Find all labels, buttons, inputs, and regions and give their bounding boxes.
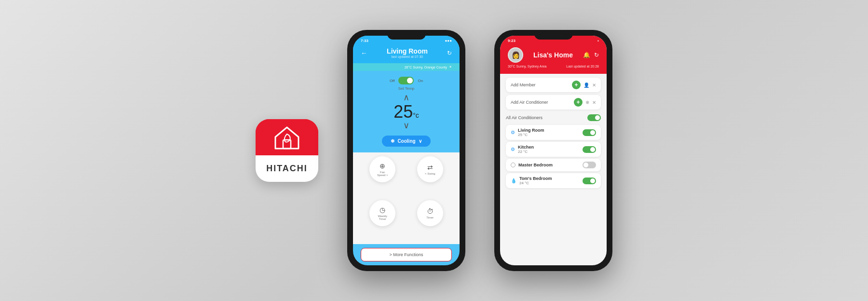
weather-right: Last updated at 20:28 (566, 65, 599, 68)
all-ac-label: All Air Conditioners (506, 115, 542, 120)
app-icon-top (256, 119, 318, 155)
temp-down-button[interactable]: ∨ (403, 121, 409, 131)
phone2-battery: ▪ (597, 39, 599, 43)
add-ac-plus-button[interactable]: + (574, 98, 583, 107)
app-icon: HITACHI (256, 119, 318, 182)
ac-list: Add Member + 👤 ✕ Add Air Conditioner + ❄ (500, 74, 607, 265)
ac-item-toms-bedroom-info: 💧 Tom's Bedroom 24 °C (511, 176, 552, 185)
phone2-time: 9:23 (508, 39, 515, 43)
temp-control: ∧ 25°c ∨ (353, 91, 460, 133)
ac-item-master-bedroom-info: Master Bedroom (511, 163, 553, 167)
power-toggle-row: Off On (353, 73, 460, 86)
phone2: 9:23 ▪ 👩 Lisa's Home 🔔 ↻ 30°C Sunny, S (494, 30, 612, 271)
phone2-notch (534, 30, 573, 40)
add-ac-row[interactable]: Add Air Conditioner + ❄ ✕ (506, 95, 601, 109)
fan-speed-button[interactable]: ⊕ FanSpeed > (369, 156, 395, 182)
ac-toggle-toms-bedroom[interactable] (583, 178, 596, 184)
ac-item-living-room-info: ⚙ Living Room 25 °C (511, 128, 544, 137)
ac-unit-icon: ❄ (585, 100, 589, 105)
weekly-timer-button[interactable]: ◷ WeeklyTimer (369, 200, 395, 226)
room-title: Living Room (367, 47, 447, 55)
ac-item-kitchen-text: Kitchen 22 °C (518, 145, 534, 154)
timer-label: Timer (426, 216, 434, 219)
phone1-header: ← Living Room last updated at 07:30 ↻ (353, 45, 460, 63)
ac-toggle-living-room[interactable] (583, 129, 596, 136)
timer-button[interactable]: ⏱ Timer (417, 200, 443, 226)
ac-item-kitchen[interactable]: ⚙ Kitchen 22 °C (506, 142, 601, 157)
circle-icon-master-bedroom (511, 163, 515, 167)
last-updated-text: last updated at 07:30 (367, 55, 447, 58)
add-ac-close-icon[interactable]: ✕ (592, 100, 596, 105)
ac-name-kitchen: Kitchen (518, 145, 534, 150)
user-avatar: 👩 (508, 47, 523, 63)
add-member-actions: + 👤 ✕ (572, 81, 596, 89)
all-ac-row: All Air Conditioners (506, 112, 601, 123)
home-title: Lisa's Home (533, 51, 573, 59)
add-member-label: Add Member (511, 82, 536, 87)
ac-toggle-kitchen[interactable] (583, 146, 596, 153)
gear-icon-living-room: ⚙ (511, 130, 515, 135)
add-member-plus-button[interactable]: + (572, 81, 581, 89)
add-member-row[interactable]: Add Member + 👤 ✕ (506, 78, 601, 92)
swing-label: < Swing (425, 172, 435, 175)
fan-icon: ⊕ (380, 162, 385, 170)
swing-icon: ⇄ (427, 164, 433, 171)
weekly-timer-label: WeeklyTimer (378, 215, 387, 220)
back-arrow-icon[interactable]: ← (361, 49, 367, 57)
header-icons: 🔔 ↻ (583, 52, 599, 58)
all-ac-toggle[interactable] (587, 114, 601, 121)
phone2-header-top: 👩 Lisa's Home 🔔 ↻ (508, 47, 599, 63)
weekly-timer-icon: ◷ (380, 206, 385, 214)
ac-item-living-room[interactable]: ⚙ Living Room 25 °C (506, 125, 601, 140)
more-functions-button[interactable]: > More Functions (361, 248, 452, 261)
ac-item-kitchen-info: ⚙ Kitchen 22 °C (511, 145, 534, 154)
ac-temp-kitchen: 22 °C (518, 150, 534, 154)
on-label: On (418, 79, 423, 83)
phone1-time: 7:33 (361, 39, 368, 43)
phone2-screen: 9:23 ▪ 👩 Lisa's Home 🔔 ↻ 30°C Sunny, S (500, 36, 607, 265)
ac-name-toms-bedroom: Tom's Bedroom (519, 176, 552, 181)
phone1-header-title: Living Room last updated at 07:30 (367, 47, 447, 58)
power-toggle[interactable] (398, 77, 414, 84)
phone1: 7:33 ●●● ← Living Room last updated at 0… (347, 30, 465, 271)
ac-item-master-bedroom[interactable]: Master Bedroom (506, 159, 601, 171)
svg-rect-0 (283, 140, 291, 149)
ac-toggle-master-bedroom[interactable] (583, 162, 596, 168)
cooling-mode-button[interactable]: ❄ Cooling ∨ (382, 136, 430, 147)
bell-icon[interactable]: 🔔 (583, 52, 590, 58)
fan-speed-label: FanSpeed > (377, 171, 388, 177)
hitachi-brand-label: HITACHI (266, 164, 308, 174)
ac-name-living-room: Living Room (518, 128, 544, 133)
gear-icon-kitchen: ⚙ (511, 147, 515, 152)
weather-icon: ☀ (449, 65, 452, 69)
add-member-close-icon[interactable]: ✕ (592, 82, 596, 88)
snowflake-icon: ❄ (391, 138, 394, 144)
add-ac-label: Add Air Conditioner (511, 100, 548, 105)
phone2-weather: 30°C Sunny, Sydney Area Last updated at … (508, 65, 599, 68)
drop-icon-toms-bedroom: 💧 (511, 178, 516, 183)
ac-name-master-bedroom: Master Bedroom (518, 163, 553, 167)
phone1-screen: 7:33 ●●● ← Living Room last updated at 0… (353, 36, 460, 265)
phone1-battery: ●●● (445, 39, 452, 43)
swing-button[interactable]: ⇄ < Swing (417, 156, 443, 182)
hitachi-house-icon (272, 124, 301, 150)
cooling-label: Cooling (397, 138, 415, 144)
add-ac-actions: + ❄ ✕ (574, 98, 596, 107)
ac-temp-toms-bedroom: 24 °C (519, 181, 552, 185)
person-icon: 👤 (583, 82, 589, 88)
refresh-icon[interactable]: ↻ (447, 50, 452, 56)
off-label: Off (390, 79, 395, 83)
controls-grid: ⊕ FanSpeed > ⇄ < Swing ◷ WeeklyTimer ⏱ T… (353, 152, 460, 244)
ac-item-toms-bedroom-text: Tom's Bedroom 24 °C (519, 176, 552, 185)
temp-value: 25°c (393, 103, 419, 121)
header-refresh-icon[interactable]: ↻ (594, 52, 599, 58)
phone2-header: 👩 Lisa's Home 🔔 ↻ 30°C Sunny, Sydney Are… (500, 45, 607, 74)
ac-item-master-bedroom-text: Master Bedroom (518, 163, 553, 167)
weather-text: 26°C Sunny, Orange County (405, 66, 447, 69)
temp-unit: °c (413, 111, 419, 119)
phone1-notch (387, 30, 426, 40)
timer-icon: ⏱ (427, 207, 434, 215)
ac-item-toms-bedroom[interactable]: 💧 Tom's Bedroom 24 °C (506, 173, 601, 188)
mode-dropdown-icon: ∨ (419, 138, 422, 144)
app-icon-bottom: HITACHI (256, 155, 318, 182)
